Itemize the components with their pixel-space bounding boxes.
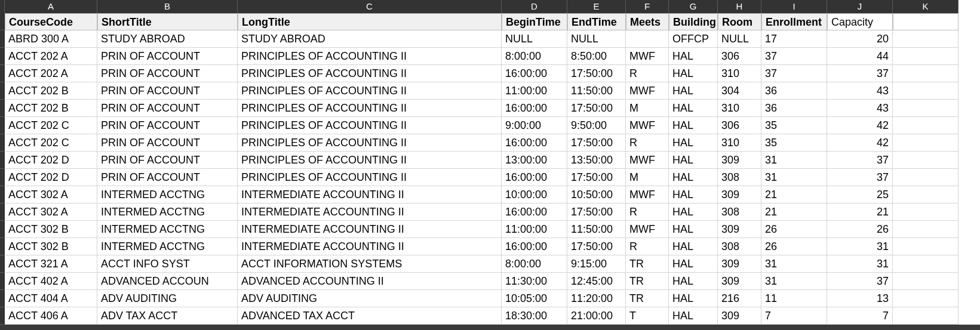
cell-e-4[interactable]: 17:50:00	[567, 65, 626, 82]
cell-f-9[interactable]: MWF	[626, 152, 669, 169]
cell-a-5[interactable]: ACCT 202 B	[5, 82, 97, 100]
cell-e-15[interactable]: 9:15:00	[567, 255, 626, 273]
cell-j-13[interactable]: 26	[827, 221, 893, 238]
cell-j-10[interactable]: 37	[827, 169, 893, 186]
cell-c-10[interactable]: PRINCIPLES OF ACCOUNTING II	[238, 169, 502, 186]
cell-a-16[interactable]: ACCT 402 A	[5, 273, 97, 290]
cell-b-17[interactable]: ADV AUDITING	[97, 290, 238, 307]
cell-g-8[interactable]: HAL	[669, 134, 718, 152]
header-b[interactable]: ShortTitle	[97, 13, 238, 30]
cell-b-5[interactable]: PRIN OF ACCOUNT	[97, 82, 238, 100]
header-i[interactable]: Enrollment	[761, 13, 827, 30]
cell-d-11[interactable]: 10:00:00	[502, 186, 567, 203]
cell-a-7[interactable]: ACCT 202 C	[5, 117, 97, 134]
cell-g-18[interactable]: HAL	[669, 307, 718, 325]
cell-c-14[interactable]: INTERMEDIATE ACCOUNTING II	[238, 238, 502, 255]
cell-j-17[interactable]: 13	[827, 290, 893, 307]
cell-i-15[interactable]: 31	[761, 255, 827, 273]
cell-g-13[interactable]: HAL	[669, 221, 718, 238]
cell-f-11[interactable]: MWF	[626, 186, 669, 203]
cell-a-13[interactable]: ACCT 302 B	[5, 221, 97, 238]
row-gutter-14[interactable]	[0, 238, 5, 255]
cell-k-6[interactable]	[893, 100, 959, 117]
cell-g-4[interactable]: HAL	[669, 65, 718, 82]
cell-i-10[interactable]: 31	[761, 169, 827, 186]
cell-d-5[interactable]: 11:00:00	[502, 82, 567, 100]
cell-k-2[interactable]	[893, 30, 959, 48]
cell-b-18[interactable]: ADV TAX ACCT	[97, 307, 238, 325]
cell-j-16[interactable]: 37	[827, 273, 893, 290]
cell-b-7[interactable]: PRIN OF ACCOUNT	[97, 117, 238, 134]
cell-c-9[interactable]: PRINCIPLES OF ACCOUNTING II	[238, 152, 502, 169]
row-gutter-12[interactable]	[0, 203, 5, 221]
cell-g-10[interactable]: HAL	[669, 169, 718, 186]
cell-e-18[interactable]: 21:00:00	[567, 307, 626, 325]
cell-c-4[interactable]: PRINCIPLES OF ACCOUNTING II	[238, 65, 502, 82]
header-d[interactable]: BeginTime	[502, 13, 567, 30]
cell-h-11[interactable]: 309	[718, 186, 761, 203]
cell-g-9[interactable]: HAL	[669, 152, 718, 169]
cell-e-2[interactable]: NULL	[567, 30, 626, 48]
cell-c-17[interactable]: ADV AUDITING	[238, 290, 502, 307]
cell-d-18[interactable]: 18:30:00	[502, 307, 567, 325]
cell-b-6[interactable]: PRIN OF ACCOUNT	[97, 100, 238, 117]
cell-f-15[interactable]: TR	[626, 255, 669, 273]
row-gutter-16[interactable]	[0, 273, 5, 290]
cell-h-5[interactable]: 304	[718, 82, 761, 100]
cell-b-14[interactable]: INTERMED ACCTNG	[97, 238, 238, 255]
cell-j-4[interactable]: 37	[827, 65, 893, 82]
cell-i-13[interactable]: 26	[761, 221, 827, 238]
cell-e-8[interactable]: 17:50:00	[567, 134, 626, 152]
cell-b-9[interactable]: PRIN OF ACCOUNT	[97, 152, 238, 169]
cell-h-13[interactable]: 309	[718, 221, 761, 238]
cell-c-12[interactable]: INTERMEDIATE ACCOUNTING II	[238, 203, 502, 221]
cell-j-12[interactable]: 21	[827, 203, 893, 221]
cell-e-3[interactable]: 8:50:00	[567, 48, 626, 65]
cell-f-13[interactable]: MWF	[626, 221, 669, 238]
cell-h-3[interactable]: 306	[718, 48, 761, 65]
cell-f-12[interactable]: R	[626, 203, 669, 221]
cell-a-6[interactable]: ACCT 202 B	[5, 100, 97, 117]
cell-e-10[interactable]: 17:50:00	[567, 169, 626, 186]
cell-k-4[interactable]	[893, 65, 959, 82]
cell-i-12[interactable]: 21	[761, 203, 827, 221]
cell-c-3[interactable]: PRINCIPLES OF ACCOUNTING II	[238, 48, 502, 65]
cell-k-5[interactable]	[893, 82, 959, 100]
cell-i-7[interactable]: 35	[761, 117, 827, 134]
cell-c-16[interactable]: ADVANCED ACCOUNTING II	[238, 273, 502, 290]
row-gutter-2[interactable]	[0, 30, 5, 48]
cell-k-15[interactable]	[893, 255, 959, 273]
cell-k-14[interactable]	[893, 238, 959, 255]
cell-d-3[interactable]: 8:00:00	[502, 48, 567, 65]
row-gutter-9[interactable]	[0, 152, 5, 169]
row-gutter-11[interactable]	[0, 186, 5, 203]
row-gutter-13[interactable]	[0, 221, 5, 238]
column-letter-g[interactable]: G	[669, 0, 718, 13]
cell-f-10[interactable]: M	[626, 169, 669, 186]
cell-e-7[interactable]: 9:50:00	[567, 117, 626, 134]
cell-h-17[interactable]: 216	[718, 290, 761, 307]
column-letter-k[interactable]: K	[893, 0, 959, 13]
cell-e-5[interactable]: 11:50:00	[567, 82, 626, 100]
cell-g-6[interactable]: HAL	[669, 100, 718, 117]
cell-h-2[interactable]: NULL	[718, 30, 761, 48]
cell-e-11[interactable]: 10:50:00	[567, 186, 626, 203]
cell-g-14[interactable]: HAL	[669, 238, 718, 255]
cell-b-16[interactable]: ADVANCED ACCOUN	[97, 273, 238, 290]
cell-g-2[interactable]: OFFCP	[669, 30, 718, 48]
cell-i-8[interactable]: 35	[761, 134, 827, 152]
cell-a-2[interactable]: ABRD 300 A	[5, 30, 97, 48]
cell-j-7[interactable]: 42	[827, 117, 893, 134]
cell-h-6[interactable]: 310	[718, 100, 761, 117]
row-gutter-17[interactable]	[0, 290, 5, 307]
cell-b-10[interactable]: PRIN OF ACCOUNT	[97, 169, 238, 186]
cell-d-16[interactable]: 11:30:00	[502, 273, 567, 290]
cell-g-3[interactable]: HAL	[669, 48, 718, 65]
cell-g-5[interactable]: HAL	[669, 82, 718, 100]
cell-e-9[interactable]: 13:50:00	[567, 152, 626, 169]
cell-a-17[interactable]: ACCT 404 A	[5, 290, 97, 307]
cell-e-16[interactable]: 12:45:00	[567, 273, 626, 290]
row-gutter-7[interactable]	[0, 117, 5, 134]
cell-e-6[interactable]: 17:50:00	[567, 100, 626, 117]
cell-e-17[interactable]: 11:20:00	[567, 290, 626, 307]
